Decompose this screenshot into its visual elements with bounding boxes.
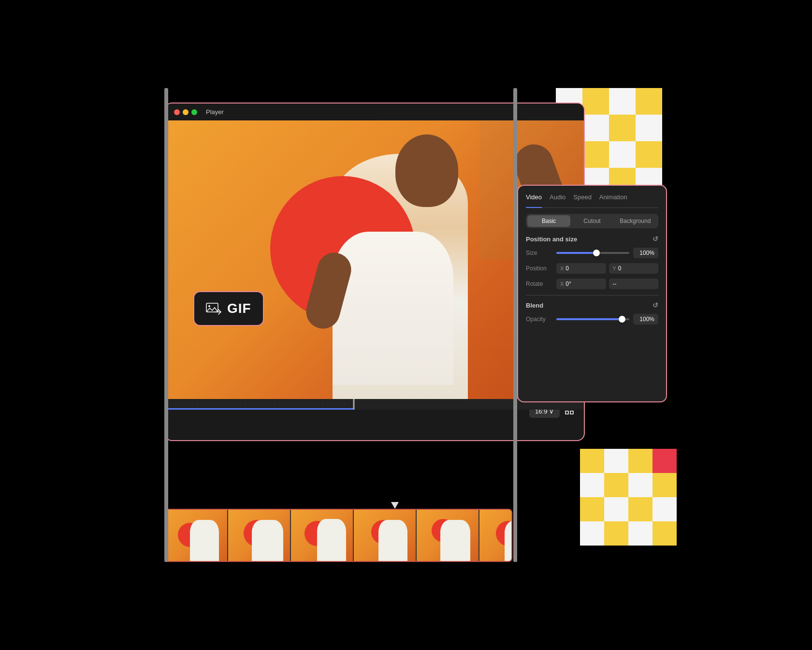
position-label: Position xyxy=(526,265,552,272)
filmstrip-frame-4 xyxy=(354,510,417,561)
svg-rect-3 xyxy=(636,88,662,115)
properties-panel: Video Audio Speed Animation Basic Cutout… xyxy=(517,185,667,402)
panel-subtabs: Basic Cutout Background xyxy=(526,214,658,228)
svg-rect-18 xyxy=(628,449,652,473)
svg-rect-27 xyxy=(652,497,677,521)
filmstrip[interactable] xyxy=(164,509,512,562)
svg-point-37 xyxy=(208,305,210,307)
svg-rect-28 xyxy=(580,521,604,546)
filmstrip-handle-left[interactable] xyxy=(164,88,168,562)
svg-rect-25 xyxy=(604,497,628,521)
opacity-label: Opacity xyxy=(526,316,552,323)
tab-speed[interactable]: Speed xyxy=(573,193,592,204)
window-controls xyxy=(174,109,197,115)
blend-divider xyxy=(526,295,658,295)
position-row: Position X 0 Y 0 xyxy=(526,263,658,274)
rotate-label: Rotate xyxy=(526,281,552,287)
filmstrip-handle-right[interactable] xyxy=(513,88,517,562)
position-x-box[interactable]: X 0 xyxy=(556,263,606,274)
position-size-section-title: Position and size ↺ xyxy=(526,235,658,243)
svg-rect-30 xyxy=(628,521,652,546)
window-title: Player xyxy=(206,108,224,116)
position-size-reset[interactable]: ↺ xyxy=(652,235,658,243)
svg-rect-1 xyxy=(582,88,609,115)
rotate-x-label: X xyxy=(560,281,564,287)
svg-rect-23 xyxy=(652,473,677,497)
svg-rect-17 xyxy=(604,449,628,473)
position-y-box[interactable]: Y 0 xyxy=(609,263,659,274)
svg-rect-31 xyxy=(652,521,677,546)
rotate-x-value: 0° xyxy=(566,281,571,287)
filmstrip-frame-3 xyxy=(291,510,354,561)
subtab-cutout[interactable]: Cutout xyxy=(570,215,613,227)
gif-label: GIF xyxy=(227,301,251,316)
tab-audio[interactable]: Audio xyxy=(550,193,566,204)
svg-rect-22 xyxy=(628,473,652,497)
position-xy-group: X 0 Y 0 xyxy=(556,263,658,274)
opacity-slider[interactable] xyxy=(556,318,629,320)
size-slider-thumb xyxy=(593,250,600,256)
position-x-label: X xyxy=(560,266,564,271)
svg-rect-7 xyxy=(636,115,662,141)
titlebar: Player xyxy=(165,103,584,120)
svg-rect-20 xyxy=(580,473,604,497)
subtab-background[interactable]: Background xyxy=(614,215,657,227)
svg-rect-2 xyxy=(609,88,636,115)
rotate-boxes: X 0° -- xyxy=(556,279,658,289)
svg-rect-34 xyxy=(566,411,568,414)
rotate-extra-box[interactable]: -- xyxy=(609,279,659,289)
person-head xyxy=(395,134,458,207)
checker-bottom-right-decoration xyxy=(580,449,677,547)
svg-rect-11 xyxy=(636,141,662,168)
position-y-value: 0 xyxy=(618,265,622,272)
tab-animation[interactable]: Animation xyxy=(599,193,627,204)
maximize-dot[interactable] xyxy=(191,109,197,115)
timeline-progress xyxy=(165,408,354,410)
gif-icon xyxy=(206,302,221,315)
size-slider[interactable] xyxy=(556,252,629,254)
tab-video[interactable]: Video xyxy=(526,193,542,208)
minimize-dot[interactable] xyxy=(183,109,188,115)
filmstrip-frame-1 xyxy=(165,510,228,561)
opacity-slider-fill xyxy=(556,318,622,320)
panel-tabs: Video Audio Speed Animation xyxy=(526,193,658,208)
svg-rect-35 xyxy=(570,411,573,414)
size-value[interactable]: 100% xyxy=(633,248,658,258)
svg-rect-9 xyxy=(582,141,609,168)
svg-rect-26 xyxy=(628,497,652,521)
svg-rect-19 xyxy=(652,449,677,473)
size-slider-fill xyxy=(556,252,596,254)
position-y-label: Y xyxy=(613,266,616,271)
rotate-row: Rotate X 0° -- xyxy=(526,279,658,289)
close-dot[interactable] xyxy=(174,109,180,115)
rotate-x-box[interactable]: X 0° xyxy=(556,279,606,289)
svg-rect-5 xyxy=(582,115,609,141)
size-row: Size 100% xyxy=(526,248,658,258)
blend-reset[interactable]: ↺ xyxy=(652,301,658,309)
svg-rect-21 xyxy=(604,473,628,497)
rotate-extra-value: -- xyxy=(613,281,617,287)
opacity-value[interactable]: 100% xyxy=(633,314,658,325)
svg-rect-16 xyxy=(580,449,604,473)
opacity-slider-thumb xyxy=(619,316,625,323)
timeline-playhead xyxy=(353,399,354,410)
size-label: Size xyxy=(526,250,552,256)
svg-rect-10 xyxy=(609,141,636,168)
playhead-triangle xyxy=(391,502,399,509)
filmstrip-frame-2 xyxy=(228,510,291,561)
position-x-value: 0 xyxy=(566,265,569,272)
playhead-marker xyxy=(391,502,399,509)
svg-rect-6 xyxy=(609,115,636,141)
blend-section-title: Blend ↺ xyxy=(526,301,658,309)
filmstrip-frame-5 xyxy=(417,510,479,561)
gif-badge: GIF xyxy=(193,291,264,326)
person-shirt xyxy=(333,232,453,385)
filmstrip-frame-6 xyxy=(479,510,512,561)
subtab-basic[interactable]: Basic xyxy=(527,215,570,227)
opacity-row: Opacity 100% xyxy=(526,314,658,325)
outer-container: Player · · · · · xyxy=(150,88,662,562)
svg-rect-24 xyxy=(580,497,604,521)
svg-rect-29 xyxy=(604,521,628,546)
